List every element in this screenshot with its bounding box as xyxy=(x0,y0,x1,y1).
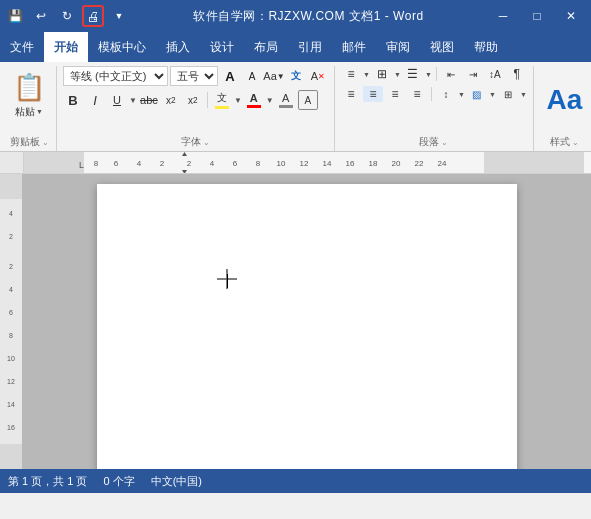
highlight-dropdown[interactable]: ▼ xyxy=(234,96,242,105)
justify-button[interactable]: ≡ xyxy=(407,86,427,102)
menu-file[interactable]: 文件 xyxy=(0,32,44,62)
paste-button[interactable]: 📋 粘贴 ▼ xyxy=(8,66,50,124)
para-sep1 xyxy=(436,67,437,81)
char-shading-button[interactable]: A xyxy=(276,90,296,110)
shading-dropdown[interactable]: ▼ xyxy=(489,91,496,98)
multilevel-dropdown[interactable]: ▼ xyxy=(425,71,432,78)
menu-review[interactable]: 审阅 xyxy=(376,32,420,62)
font-color-button[interactable]: A xyxy=(244,90,264,110)
maximize-button[interactable]: □ xyxy=(521,0,553,32)
border-dropdown[interactable]: ▼ xyxy=(520,91,527,98)
strikethrough-button[interactable]: abc xyxy=(139,90,159,110)
font-group: 等线 (中文正文) 五号 A A Aa▼ 文 A✕ B I xyxy=(59,66,335,151)
bullets-button[interactable]: ≡ xyxy=(341,66,361,82)
paste-label: 粘贴 xyxy=(15,105,35,119)
svg-text:18: 18 xyxy=(369,159,378,168)
svg-rect-23 xyxy=(0,174,22,199)
underline-dropdown[interactable]: ▼ xyxy=(129,96,137,105)
align-right-button[interactable]: ≡ xyxy=(385,86,405,102)
highlight-button[interactable]: 文 xyxy=(212,90,232,110)
close-button[interactable]: ✕ xyxy=(555,0,587,32)
horizontal-ruler: L 8 6 4 2 2 4 6 8 10 12 14 16 18 20 22 2… xyxy=(24,152,591,173)
multilevel-button[interactable]: ☰ xyxy=(403,66,423,82)
superscript-button[interactable]: x2 xyxy=(183,90,203,110)
bold-button[interactable]: B xyxy=(63,90,83,110)
para-expand-icon[interactable]: ⌄ xyxy=(441,138,448,147)
font-shrink-button[interactable]: A xyxy=(242,66,262,86)
menu-template[interactable]: 模板中心 xyxy=(88,32,156,62)
clipboard-label: 剪贴板 ⌄ xyxy=(8,133,50,151)
svg-text:16: 16 xyxy=(346,159,355,168)
vertical-ruler-svg: 4 2 2 4 6 8 10 12 14 16 xyxy=(0,174,22,469)
decrease-indent-button[interactable]: ⇤ xyxy=(441,66,461,82)
minimize-button[interactable]: ─ xyxy=(487,0,519,32)
svg-text:4: 4 xyxy=(137,159,142,168)
menu-insert[interactable]: 插入 xyxy=(156,32,200,62)
show-formatting-button[interactable]: ¶ xyxy=(507,66,527,82)
qat-dropdown-icon[interactable]: ▼ xyxy=(108,5,130,27)
menu-layout[interactable]: 布局 xyxy=(244,32,288,62)
svg-text:4: 4 xyxy=(9,286,13,293)
underline-button[interactable]: U xyxy=(107,90,127,110)
menu-view[interactable]: 视图 xyxy=(420,32,464,62)
align-center-button[interactable]: ≡ xyxy=(363,86,383,102)
font-row-2: B I U ▼ abc x2 x2 文 xyxy=(63,90,318,110)
para-group-label: 段落 ⌄ xyxy=(341,133,527,151)
title-text: 软件自学网：RJZXW.COM 文档1 - Word xyxy=(193,9,423,23)
font-name-select[interactable]: 等线 (中文正文) xyxy=(63,66,168,86)
bullets-dropdown[interactable]: ▼ xyxy=(363,71,370,78)
clear-format-button[interactable]: A✕ xyxy=(308,66,328,86)
para-group-content: ≡ ▼ ⊞ ▼ ☰ ▼ ⇤ ⇥ ↕A ¶ ≡ ≡ ≡ ≡ xyxy=(341,66,527,133)
line-spacing-button[interactable]: ↕ xyxy=(436,86,456,102)
svg-rect-2 xyxy=(484,152,584,173)
menu-design[interactable]: 设计 xyxy=(200,32,244,62)
font-expand-icon[interactable]: ⌄ xyxy=(203,138,210,147)
sort-button[interactable]: ↕A xyxy=(485,66,505,82)
styles-expand-icon[interactable]: ⌄ xyxy=(572,138,579,147)
svg-text:16: 16 xyxy=(7,424,15,431)
char-border-button[interactable]: A xyxy=(298,90,318,110)
font-size-select[interactable]: 五号 xyxy=(170,66,218,86)
svg-text:14: 14 xyxy=(323,159,332,168)
print-icon[interactable]: 🖨 xyxy=(82,5,104,27)
border-button[interactable]: ⊞ xyxy=(498,86,518,102)
undo-icon[interactable]: ↩ xyxy=(30,5,52,27)
paste-icon: 📋 xyxy=(13,72,45,103)
language: 中文(中国) xyxy=(151,474,202,489)
page-info: 第 1 页，共 1 页 xyxy=(8,474,87,489)
document-page[interactable] xyxy=(97,184,517,469)
svg-rect-24 xyxy=(0,444,22,469)
numbering-dropdown[interactable]: ▼ xyxy=(394,71,401,78)
page-area[interactable] xyxy=(22,174,591,469)
clipboard-expand-icon[interactable]: ⌄ xyxy=(42,138,49,147)
para-row-1: ≡ ▼ ⊞ ▼ ☰ ▼ ⇤ ⇥ ↕A ¶ xyxy=(341,66,527,82)
font-grow-button[interactable]: A xyxy=(220,66,240,86)
aa-button[interactable]: Aa▼ xyxy=(264,66,284,86)
svg-text:22: 22 xyxy=(415,159,424,168)
menu-home[interactable]: 开始 xyxy=(44,32,88,62)
svg-text:4: 4 xyxy=(9,210,13,217)
align-left-button[interactable]: ≡ xyxy=(341,86,361,102)
text-effect-button[interactable]: 文 xyxy=(286,66,306,86)
save-icon[interactable]: 💾 xyxy=(4,5,26,27)
menu-bar: 文件 开始 模板中心 插入 设计 布局 引用 邮件 审阅 视图 帮助 xyxy=(0,32,591,62)
title-bar-left: 💾 ↩ ↻ 🖨 ▼ xyxy=(0,5,130,27)
svg-text:6: 6 xyxy=(233,159,238,168)
redo-icon[interactable]: ↻ xyxy=(56,5,78,27)
menu-references[interactable]: 引用 xyxy=(288,32,332,62)
styles-group: Aa 样式 ⌄ xyxy=(536,66,587,151)
menu-mailings[interactable]: 邮件 xyxy=(332,32,376,62)
italic-button[interactable]: I xyxy=(85,90,105,110)
numbering-button[interactable]: ⊞ xyxy=(372,66,392,82)
line-spacing-dropdown[interactable]: ▼ xyxy=(458,91,465,98)
subscript-button[interactable]: x2 xyxy=(161,90,181,110)
svg-text:14: 14 xyxy=(7,401,15,408)
svg-text:6: 6 xyxy=(9,309,13,316)
shading-button[interactable]: ▨ xyxy=(467,86,487,102)
menu-help[interactable]: 帮助 xyxy=(464,32,508,62)
increase-indent-button[interactable]: ⇥ xyxy=(463,66,483,82)
separator xyxy=(207,92,208,108)
title-right: ─ □ ✕ xyxy=(487,0,591,32)
font-color-dropdown[interactable]: ▼ xyxy=(266,96,274,105)
svg-text:8: 8 xyxy=(9,332,13,339)
